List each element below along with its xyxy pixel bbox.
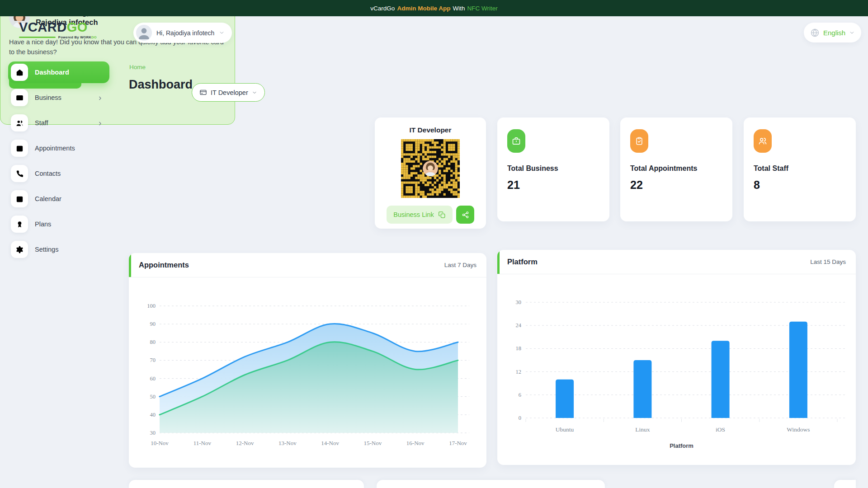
svg-text:18: 18: [516, 345, 522, 352]
chevron-down-icon: [219, 30, 225, 36]
briefcase-icon: [507, 129, 525, 153]
svg-text:12: 12: [516, 369, 522, 375]
platform-chart-range: Last 15 Days: [810, 258, 846, 265]
svg-text:Linux: Linux: [635, 426, 650, 433]
sidebar-item-calendar[interactable]: Calendar: [8, 188, 109, 210]
breadcrumb[interactable]: Home: [129, 64, 146, 70]
logo-rule: [19, 37, 56, 38]
banner-app-name: vCardGo: [370, 5, 395, 12]
svg-text:16-Nov: 16-Nov: [406, 440, 425, 446]
svg-text:Ubuntu: Ubuntu: [556, 426, 574, 433]
svg-text:iOS: iOS: [716, 426, 725, 433]
business-link-label: Business Link: [393, 211, 434, 218]
sidebar-item-staff[interactable]: Staff: [8, 112, 109, 134]
language-label: English: [823, 29, 845, 37]
chevron-right-icon: [97, 120, 103, 126]
gear-icon: [11, 241, 28, 258]
stat-value: 8: [754, 178, 846, 192]
users-icon: [11, 114, 28, 131]
business-qr-card: IT Developer Business Link: [375, 117, 486, 229]
svg-text:17-Nov: 17-Nov: [449, 440, 467, 446]
sidebar-item-label: Staff: [35, 119, 48, 127]
sidebar-item-label: Appointments: [35, 145, 75, 152]
stat-value: 21: [507, 178, 599, 192]
stat-card-total-business: Total Business21: [497, 117, 609, 221]
svg-text:80: 80: [150, 339, 156, 345]
svg-text:15-Nov: 15-Nov: [364, 440, 382, 446]
language-selector[interactable]: English: [804, 23, 861, 42]
svg-text:30: 30: [516, 299, 522, 305]
powered-by-label: Powered By WORKDO: [58, 35, 97, 39]
sidebar-item-contacts[interactable]: Contacts: [8, 163, 109, 184]
sidebar-nav: DashboardBusinessStaffAppointmentsContac…: [8, 61, 109, 264]
banner-nfc: NFC Writer: [467, 5, 497, 12]
user-avatar: [136, 25, 152, 41]
svg-text:70: 70: [150, 357, 156, 363]
stat-label: Total Appointments: [630, 164, 722, 173]
calendar-icon: [11, 190, 28, 207]
qr-code: [401, 139, 460, 198]
svg-text:Windows: Windows: [787, 426, 810, 433]
sidebar-item-appointments[interactable]: Appointments: [8, 137, 109, 159]
svg-text:0: 0: [519, 415, 521, 421]
business-link-button[interactable]: Business Link: [387, 206, 453, 224]
svg-text:30: 30: [150, 430, 156, 436]
credit-card-icon: [199, 89, 207, 96]
banner-middle: With: [453, 5, 465, 12]
svg-text:11-Nov: 11-Nov: [193, 440, 212, 446]
svg-text:10-Nov: 10-Nov: [151, 440, 169, 446]
banner-highlight: Admin Mobile App: [397, 5, 450, 12]
partial-card: [129, 480, 364, 488]
svg-text:14-Nov: 14-Nov: [321, 440, 339, 446]
clipboard-check-icon: [630, 129, 648, 153]
share-button[interactable]: [456, 206, 474, 224]
top-banner: vCardGo Admin Mobile App With NFC Writer: [0, 0, 868, 16]
partial-card: [834, 480, 856, 488]
phone-icon: [11, 165, 28, 182]
stat-label: Total Business: [507, 164, 599, 173]
chevron-down-icon: [849, 30, 855, 36]
sidebar-item-settings[interactable]: Settings: [8, 239, 109, 260]
stat-label: Total Staff: [754, 164, 846, 173]
svg-text:100: 100: [147, 303, 156, 309]
svg-text:13-Nov: 13-Nov: [278, 440, 297, 446]
app-root: vCardGo Admin Mobile App With NFC Writer…: [0, 0, 868, 488]
sidebar-item-label: Calendar: [35, 195, 61, 202]
svg-text:60: 60: [150, 375, 156, 382]
home-icon: [11, 64, 28, 81]
sidebar-item-label: Business: [35, 94, 61, 101]
award-icon: [11, 216, 28, 233]
team-icon: [754, 129, 772, 153]
svg-text:90: 90: [150, 321, 156, 327]
sidebar-item-label: Plans: [35, 221, 51, 228]
business-selector-dropdown[interactable]: IT Developer: [192, 83, 265, 102]
platform-chart-title: Platform: [507, 258, 538, 266]
sidebar-item-business[interactable]: Business: [8, 87, 109, 108]
svg-text:12-Nov: 12-Nov: [236, 440, 254, 446]
share-icon: [462, 211, 469, 219]
svg-text:6: 6: [519, 392, 521, 398]
sidebar-item-dashboard[interactable]: Dashboard: [8, 61, 109, 83]
brand-logo[interactable]: VCARDGO Powered By WORKDO: [19, 21, 97, 39]
page-title: Dashboard: [129, 78, 193, 92]
svg-text:24: 24: [516, 322, 522, 328]
platform-bar-chart: 0612182430UbuntuLinuxiOSWindowsPlatform: [505, 274, 848, 455]
sidebar-item-plans[interactable]: Plans: [8, 213, 109, 235]
chevron-down-icon: [252, 90, 257, 95]
appointments-chart-card: Appointments Last 7 Days 304050607080901…: [129, 253, 486, 468]
qr-card-title: IT Developer: [382, 126, 479, 134]
platform-chart-card: Platform Last 15 Days 0612182430UbuntuLi…: [497, 250, 856, 465]
user-greeting-label: Hi, Rajodiya infotech: [156, 29, 214, 37]
user-menu[interactable]: Hi, Rajodiya infotech: [133, 23, 232, 43]
chevron-right-icon: [97, 95, 103, 101]
globe-icon: [810, 28, 820, 38]
partial-card: [377, 480, 605, 488]
stat-card-total-appointments: Total Appointments22: [620, 117, 732, 221]
sidebar-item-label: Settings: [35, 246, 58, 253]
appointments-area-chart: 3040506070809010010-Nov11-Nov12-Nov13-No…: [137, 277, 478, 458]
sidebar-item-label: Dashboard: [35, 69, 69, 76]
brand-wordmark: VCARDGO: [19, 21, 97, 34]
copy-icon: [438, 211, 446, 219]
sidebar-item-label: Contacts: [35, 170, 61, 177]
credit-card-icon: [11, 89, 28, 106]
